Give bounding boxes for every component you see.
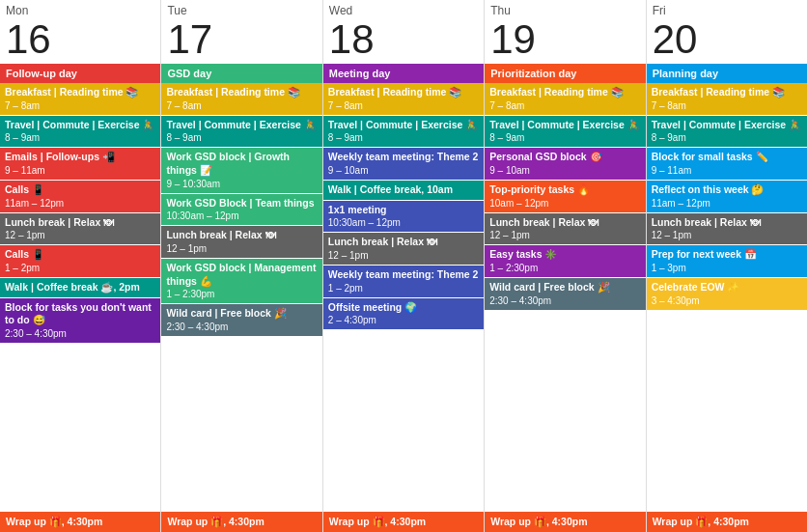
event-block[interactable]: Wild card | Free block 🎉2:30 – 4:30pm [485,278,645,310]
event-time: 7 – 8am [652,99,802,112]
event-block[interactable]: Block for small tasks ✏️9 – 11am [647,148,807,180]
day-label-bar: Follow-up day [0,64,160,83]
event-title: Emails | Follow-ups 📲 [5,151,155,164]
event-block[interactable]: Walk | Coffee break ☕, 2pm [0,278,160,297]
event-block[interactable]: Emails | Follow-ups 📲9 – 11am [0,148,160,180]
wrap-up-bar[interactable]: Wrap up 🎁, 4:30pm [323,512,484,532]
event-time: 7 – 8am [489,99,640,112]
events-container: Breakfast | Reading time 📚7 – 8amTravel … [485,83,645,512]
event-title: Celebrate EOW ✨ [652,281,802,294]
event-title: Calls 📱 [5,183,155,197]
event-block[interactable]: Reflect on this week 🤔11am – 12pm [647,181,807,212]
event-block[interactable]: Calls 📱1 – 2pm [0,245,160,277]
event-time: 1 – 2:30pm [166,288,317,300]
event-block[interactable]: Personal GSD block 🎯9 – 10am [485,148,645,180]
day-number: 17 [167,17,316,62]
event-time: 11am – 12pm [652,197,802,210]
event-title: Personal GSD block 🎯 [489,151,640,164]
day-number: 20 [653,17,801,62]
event-block[interactable]: Work GSD block | Growth things 📝9 – 10:3… [161,148,321,192]
event-block[interactable]: Breakfast | Reading time 📚7 – 8am [161,83,321,115]
event-block[interactable]: Breakfast | Reading time 📚7 – 8am [647,83,807,115]
event-time: 10:30am – 12pm [328,216,479,229]
day-name: Tue [167,4,316,17]
event-title: Lunch break | Relax 🍽 [652,216,802,230]
event-title: 1x1 meeting [328,204,479,217]
event-block[interactable]: Travel | Commute | Exercise 🚴8 – 9am [161,116,321,148]
event-block[interactable]: Travel | Commute | Exercise 🚴8 – 9am [0,116,160,148]
event-time: 3 – 4:30pm [652,294,802,307]
event-block[interactable]: Breakfast | Reading time 📚7 – 8am [323,83,484,115]
event-block[interactable]: Lunch break | Relax 🍽12 – 1pm [0,213,160,245]
event-title: Breakfast | Reading time 📚 [328,86,479,99]
wrap-up-bar[interactable]: Wrap up 🎁, 4:30pm [0,512,160,532]
event-time: 2:30 – 4:30pm [489,294,640,307]
day-header-thu: Thu19 [485,0,645,64]
wrap-up-bar[interactable]: Wrap up 🎁, 4:30pm [647,512,807,532]
event-block[interactable]: Weekly team meeting: Theme 29 – 10am [323,148,484,180]
event-title: Lunch break | Relax 🍽 [328,236,479,249]
event-time: 7 – 8am [5,99,155,112]
event-block[interactable]: Travel | Commute | Exercise 🚴8 – 9am [323,116,484,148]
event-block[interactable]: Lunch break | Relax 🍽12 – 1pm [161,226,321,258]
day-header-tue: Tue17 [161,0,321,64]
day-label-bar: Planning day [647,64,807,83]
event-block[interactable]: Lunch break | Relax 🍽12 – 1pm [647,213,807,245]
event-block[interactable]: Weekly team meeting: Theme 21 – 2pm [323,266,484,297]
event-time: 8 – 9am [489,131,640,144]
event-time: 12 – 1pm [652,229,802,241]
event-time: 2 – 4:30pm [328,314,479,326]
event-block[interactable]: Travel | Commute | Exercise 🚴8 – 9am [485,116,645,148]
event-block[interactable]: Block for tasks you don't want to do 😅2:… [0,298,160,343]
event-title: Lunch break | Relax 🍽 [489,216,640,230]
event-block[interactable]: Breakfast | Reading time 📚7 – 8am [485,83,645,115]
event-title: Lunch break | Relax 🍽 [166,229,317,242]
calendar-grid: Mon16Follow-up dayBreakfast | Reading ti… [0,0,807,532]
event-title: Travel | Commute | Exercise 🚴 [489,119,640,132]
event-block[interactable]: Celebrate EOW ✨3 – 4:30pm [647,278,807,310]
event-block[interactable]: Easy tasks ✳️1 – 2:30pm [485,245,645,277]
event-block[interactable]: Lunch break | Relax 🍽12 – 1pm [485,213,645,245]
event-block[interactable]: Prep for next week 📅1 – 3pm [647,245,807,277]
event-time: 8 – 9am [5,131,155,144]
event-block[interactable]: Wild card | Free block 🎉2:30 – 4:30pm [161,304,321,336]
event-time: 12 – 1pm [489,229,640,241]
event-title: Block for small tasks ✏️ [652,151,802,164]
event-time: 8 – 9am [652,131,802,144]
day-header-wed: Wed18 [323,0,484,64]
event-time: 9 – 10:30am [166,178,317,190]
event-title: Reflect on this week 🤔 [652,183,802,197]
event-time: 2:30 – 4:30pm [166,321,317,333]
day-col-thu: Thu19Prioritization dayBreakfast | Readi… [485,0,646,532]
event-block[interactable]: Walk | Coffee break, 10am [323,181,484,200]
event-block[interactable]: Offsite meeting 🌍2 – 4:30pm [323,298,484,330]
event-block[interactable]: 1x1 meeting10:30am – 12pm [323,201,484,233]
event-block[interactable]: Breakfast | Reading time 📚7 – 8am [0,83,160,115]
day-col-wed: Wed18Meeting dayBreakfast | Reading time… [323,0,485,532]
event-time: 8 – 9am [328,131,479,144]
event-title: Breakfast | Reading time 📚 [5,86,155,99]
event-block[interactable]: Work GSD block | Management things 💪1 – … [161,259,321,303]
event-title: Wild card | Free block 🎉 [489,281,640,294]
event-time: 12 – 1pm [166,242,317,255]
events-container: Breakfast | Reading time 📚7 – 8amTravel … [0,83,160,512]
event-title: Block for tasks you don't want to do 😅 [5,301,155,327]
event-block[interactable]: Work GSD Block | Team things10:30am – 12… [161,194,321,226]
wrap-up-bar[interactable]: Wrap up 🎁, 4:30pm [161,512,321,532]
day-number: 16 [6,17,154,62]
event-block[interactable]: Calls 📱11am – 12pm [0,181,160,212]
event-block[interactable]: Lunch break | Relax 🍽12 – 1pm [323,233,484,265]
event-title: Breakfast | Reading time 📚 [652,86,802,99]
event-time: 10am – 12pm [489,197,640,210]
events-container: Breakfast | Reading time 📚7 – 8amTravel … [647,83,807,512]
event-block[interactable]: Travel | Commute | Exercise 🚴8 – 9am [647,116,807,148]
wrap-up-bar[interactable]: Wrap up 🎁, 4:30pm [485,512,645,532]
event-time: 1 – 3pm [652,262,802,274]
day-header-fri: Fri20 [647,0,807,64]
event-title: Prep for next week 📅 [652,248,802,262]
event-block[interactable]: Top-priority tasks 🔥10am – 12pm [485,181,645,212]
event-title: Walk | Coffee break ☕, 2pm [5,281,155,294]
event-title: Travel | Commute | Exercise 🚴 [328,119,479,132]
event-time: 1 – 2pm [5,262,155,274]
event-time: 9 – 11am [5,164,155,177]
